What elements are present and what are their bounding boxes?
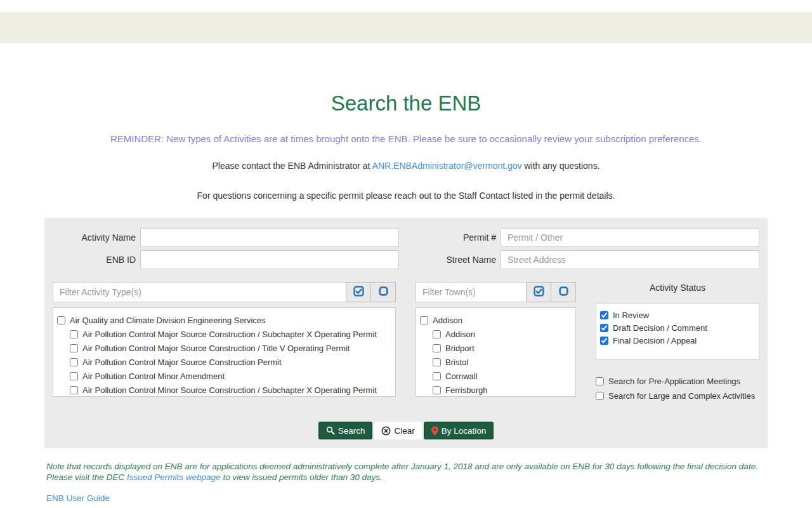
town-group-label: Addison	[433, 316, 462, 325]
town[interactable]: Bridport	[433, 341, 572, 355]
search-form-panel: Activity Name Permit # ENB ID Street Nam…	[44, 218, 768, 448]
extra-option-label: Search for Large and Complex Activities	[608, 391, 755, 401]
activity-name-input[interactable]	[140, 228, 399, 247]
town[interactable]: Addison	[433, 327, 572, 341]
town-label: Bridport	[445, 344, 475, 353]
town-label: Addison	[445, 330, 475, 339]
town-group-checkbox[interactable]	[420, 316, 428, 324]
town-filter-group	[416, 282, 576, 302]
activity-type-label: Air Pollution Control Major Source Const…	[82, 358, 282, 367]
activity-status-title: Activity Status	[596, 283, 759, 293]
activity-type[interactable]: Air Pollution Control Major Source Const…	[70, 355, 391, 369]
street-name-field: Street Name	[413, 250, 759, 269]
town[interactable]: Cornwall	[433, 369, 572, 383]
town-label: Bristol	[445, 358, 468, 367]
check-square-icon	[353, 286, 364, 298]
uncheck-all-towns-button[interactable]	[551, 282, 576, 302]
permit-number-input[interactable]	[501, 228, 759, 247]
empty-square-icon	[379, 286, 388, 298]
activity-type-group-label: Air Quality and Climate Division Enginee…	[70, 316, 266, 325]
activity-type-label: Air Pollution Control Minor Amendment	[82, 371, 225, 381]
uncheck-all-activity-types-button[interactable]	[370, 282, 396, 302]
contact-suffix: with any questions.	[522, 161, 600, 171]
activity-type[interactable]: Air Pollution Control Minor Amendment	[70, 369, 391, 383]
activity-types-list[interactable]: Air Quality and Climate Division Enginee…	[53, 307, 396, 397]
activity-status-option-checkbox[interactable]	[600, 311, 608, 319]
doc-links: ENB User Guide ENB FAQs	[46, 494, 768, 508]
extra-option-label: Search for Pre-Application Meetings	[608, 377, 740, 386]
check-all-towns-button[interactable]	[526, 282, 551, 302]
town[interactable]: Bristol	[433, 355, 572, 369]
contact-prefix: Please contact the ENB Administrator at	[212, 161, 372, 171]
town-label: Ferrisburgh	[445, 385, 487, 395]
clear-button[interactable]: Clear	[374, 422, 421, 439]
search-icon	[326, 426, 335, 435]
by-location-button[interactable]: By Location	[424, 422, 494, 439]
header: Search the ENB REMINDER: New types of Ac…	[0, 91, 812, 201]
enb-user-guide-link[interactable]: ENB User Guide	[46, 494, 768, 502]
town-checkbox[interactable]	[433, 358, 441, 366]
activity-status-option-checkbox[interactable]	[600, 324, 608, 332]
activity-status-option[interactable]: In Review	[600, 309, 755, 321]
activity-type-checkbox[interactable]	[70, 386, 78, 394]
town-checkbox[interactable]	[433, 330, 441, 338]
activity-type-group[interactable]: Air Quality and Climate Division Enginee…	[57, 313, 391, 327]
activity-type-label: Air Pollution Control Minor Source Const…	[82, 385, 377, 395]
activity-type-group-checkbox[interactable]	[57, 316, 65, 324]
enb-id-input[interactable]	[140, 250, 399, 269]
search-button-label: Search	[338, 426, 365, 436]
activity-status-option-label: In Review	[613, 311, 649, 320]
check-square-icon	[534, 286, 544, 298]
extra-options: Search for Pre-Application MeetingsSearc…	[596, 377, 759, 401]
activity-name-field: Activity Name	[53, 228, 399, 247]
extra-option-checkbox[interactable]	[596, 392, 604, 400]
enb-id-field: ENB ID	[53, 250, 399, 269]
activity-status-option[interactable]: Draft Decision / Comment	[600, 321, 755, 334]
footer-note: Note that records displayed on ENB are f…	[46, 461, 768, 483]
activity-status-option[interactable]: Final Decision / Appeal	[600, 334, 755, 347]
town-checkbox[interactable]	[433, 344, 441, 352]
town[interactable]: Ferrisburgh	[433, 383, 572, 397]
town-filter-input[interactable]	[416, 282, 527, 302]
permit-number-label: Permit #	[413, 232, 501, 243]
activity-type-checkbox[interactable]	[70, 330, 78, 338]
fields-grid: Activity Name Permit # ENB ID Street Nam…	[53, 228, 759, 269]
check-all-activity-types-button[interactable]	[346, 282, 371, 302]
town-checkbox[interactable]	[433, 372, 441, 380]
page-title: Search the ENB	[0, 91, 812, 116]
street-name-input[interactable]	[501, 250, 759, 269]
top-banner	[0, 12, 812, 43]
town-group[interactable]: Addison	[420, 313, 572, 327]
issued-permits-link[interactable]: Issued Permits webpage	[127, 472, 221, 482]
activity-name-label: Activity Name	[53, 232, 140, 243]
permit-number-field: Permit #	[413, 228, 759, 247]
town-checkbox[interactable]	[433, 386, 441, 394]
contact-line: Please contact the ENB Administrator at …	[0, 161, 812, 171]
activity-type-checkbox[interactable]	[70, 372, 78, 380]
search-button[interactable]: Search	[318, 422, 373, 439]
activity-type[interactable]: Air Pollution Control Major Source Const…	[70, 327, 391, 341]
reminder-text: REMINDER: New types of Activities are at…	[0, 133, 812, 144]
activity-type[interactable]: Air Pollution Control Major Source Const…	[70, 341, 391, 355]
extra-option-checkbox[interactable]	[596, 377, 604, 385]
activity-type-checkbox[interactable]	[70, 358, 78, 366]
towns-list[interactable]: AddisonAddisonBridportBristolCornwallFer…	[416, 307, 576, 397]
street-name-label: Street Name	[413, 255, 501, 265]
extra-option[interactable]: Search for Large and Complex Activities	[596, 391, 759, 401]
map-marker-icon	[431, 426, 438, 436]
actions-row: Search Clear By Location	[53, 422, 759, 439]
activity-status-option-label: Draft Decision / Comment	[613, 323, 707, 333]
clear-button-label: Clear	[394, 426, 414, 436]
enb-id-label: ENB ID	[53, 255, 140, 265]
questions-note: For questions concerning a specific perm…	[0, 190, 812, 201]
activity-status-box: In ReviewDraft Decision / CommentFinal D…	[596, 303, 759, 360]
circle-x-icon	[381, 426, 391, 436]
by-location-button-label: By Location	[442, 426, 487, 436]
activity-type-checkbox[interactable]	[70, 344, 78, 352]
extra-option[interactable]: Search for Pre-Application Meetings	[596, 377, 759, 386]
activity-type[interactable]: Air Pollution Control Minor Source Const…	[70, 383, 391, 397]
towns-column: AddisonAddisonBridportBristolCornwallFer…	[416, 282, 576, 401]
activity-status-option-checkbox[interactable]	[600, 337, 608, 345]
activity-filter-input[interactable]	[53, 282, 346, 302]
admin-email-link[interactable]: ANR.ENBAdministrator@vermont.gov	[372, 161, 522, 171]
